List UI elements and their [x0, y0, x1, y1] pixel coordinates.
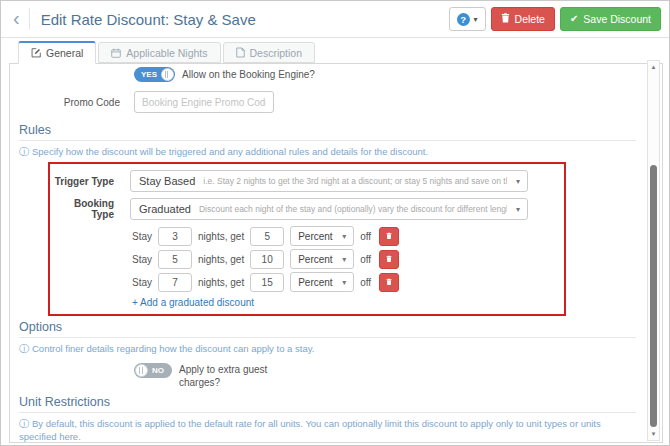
tab-strip: General Applicable Nights Description [9, 41, 663, 63]
scrollbar-up-arrow-icon[interactable]: ▲ [648, 64, 659, 70]
trash-icon [386, 231, 392, 241]
unit-select-3[interactable]: Percent ▾ [290, 272, 354, 292]
unit-select-value: Percent [298, 277, 332, 288]
chevron-down-icon: ▾ [474, 15, 478, 24]
page-header: ‹ Edit Rate Discount: Stay & Save ? ▾ De… [1, 1, 669, 38]
stay-label: Stay [132, 277, 152, 288]
unit-restrictions-heading: Unit Restrictions [19, 395, 636, 409]
options-info: ⓘControl finer details regarding how the… [19, 342, 636, 356]
booking-engine-toggle[interactable]: YES [134, 67, 175, 82]
remove-row-button-1[interactable] [379, 227, 399, 246]
annotation-highlight-box: Trigger Type Stay Based i.e. Stay 2 nigh… [48, 162, 566, 316]
promo-code-row: Promo Code [12, 91, 636, 113]
trigger-type-value: Stay Based [139, 175, 195, 187]
unit-select-2[interactable]: Percent ▾ [290, 249, 354, 269]
page-title: Edit Rate Discount: Stay & Save [41, 11, 256, 28]
toggle-knob [135, 364, 148, 377]
nights-input-3[interactable] [158, 273, 192, 292]
tab-general[interactable]: General [18, 41, 96, 64]
save-button-label: Save Discount [583, 13, 651, 25]
rules-divider [19, 140, 636, 141]
info-icon: ⓘ [19, 343, 29, 354]
tab-description-label: Description [250, 47, 303, 59]
chevron-down-icon: ▾ [342, 232, 346, 241]
edit-rate-discount-page: { "window": { "back_icon": "‹", "title":… [0, 0, 670, 446]
calendar-icon [111, 48, 121, 58]
promo-code-label: Promo Code [12, 97, 120, 108]
back-chevron-icon[interactable]: ‹ [9, 8, 29, 31]
graduated-row-2: Stay nights, get Percent ▾ off [132, 249, 564, 269]
tab-general-label: General [46, 47, 83, 59]
booking-type-label: Booking Type [50, 198, 114, 220]
graduated-row-3: Stay nights, get Percent ▾ off [132, 272, 564, 292]
nights-get-label: nights, get [198, 277, 244, 288]
tab-applicable-nights-label: Applicable Nights [126, 47, 207, 59]
booking-type-select[interactable]: Graduated Discount each night of the sta… [130, 198, 528, 220]
booking-type-value: Graduated [139, 203, 191, 215]
options-divider [19, 337, 636, 338]
amount-input-3[interactable] [250, 273, 284, 292]
check-icon: ✔ [570, 14, 578, 24]
header-actions: ? ▾ Delete ✔ Save Discount [449, 7, 661, 31]
toggle-knob [161, 68, 174, 81]
unit-restrictions-info: ⓘBy default, this discount is applied to… [19, 417, 636, 442]
delete-button-label: Delete [515, 13, 545, 25]
rules-info: ⓘSpecify how the discount will be trigge… [19, 145, 636, 159]
scrollbar-down-arrow-icon[interactable]: ▼ [648, 431, 659, 437]
trash-icon [501, 13, 510, 25]
tab-applicable-nights[interactable]: Applicable Nights [98, 42, 220, 63]
trash-icon [386, 277, 392, 287]
extra-guest-row: NO Apply to extra guest charges? [12, 363, 636, 389]
booking-type-row: Booking Type Graduated Discount each nig… [50, 198, 564, 220]
chevron-down-icon: ▾ [342, 255, 346, 264]
stay-label: Stay [132, 231, 152, 242]
save-discount-button[interactable]: ✔ Save Discount [560, 7, 661, 31]
remove-row-button-3[interactable] [379, 273, 399, 292]
question-icon: ? [457, 13, 470, 26]
vertical-scrollbar[interactable]: ▲ ▼ [647, 60, 660, 441]
unit-select-value: Percent [298, 254, 332, 265]
chevron-down-icon: ▾ [342, 278, 346, 287]
booking-type-hint: Discount each night of the stay and (opt… [199, 204, 507, 214]
tab-content-general: YES Allow on the Booking Engine? Promo C… [9, 63, 663, 443]
info-icon: ⓘ [19, 418, 29, 429]
discount-panel: General Applicable Nights Description YE… [9, 41, 663, 443]
off-label: off [360, 277, 371, 288]
extra-guest-toggle[interactable]: NO [134, 363, 172, 378]
trigger-type-row: Trigger Type Stay Based i.e. Stay 2 nigh… [50, 170, 564, 192]
delete-button[interactable]: Delete [491, 7, 555, 31]
nights-input-2[interactable] [158, 250, 192, 269]
unit-restrictions-divider [19, 412, 636, 413]
trash-icon [386, 254, 392, 264]
graduated-row-1: Stay nights, get Percent ▾ off [132, 226, 564, 246]
file-icon [236, 47, 245, 58]
info-icon: ⓘ [19, 146, 29, 157]
chevron-down-icon: ▾ [516, 177, 520, 186]
rules-heading: Rules [19, 123, 636, 137]
unit-select-1[interactable]: Percent ▾ [290, 226, 354, 246]
nights-get-label: nights, get [198, 254, 244, 265]
nights-input-1[interactable] [158, 227, 192, 246]
unit-select-value: Percent [298, 231, 332, 242]
help-menu-button[interactable]: ? ▾ [449, 7, 486, 31]
chevron-down-icon: ▾ [516, 205, 520, 214]
amount-input-1[interactable] [250, 227, 284, 246]
promo-code-input[interactable] [134, 91, 274, 113]
toggle-no-label: NO [152, 366, 164, 375]
edit-icon [31, 48, 41, 58]
options-heading: Options [19, 320, 636, 334]
off-label: off [360, 231, 371, 242]
add-graduated-discount-link[interactable]: + Add a graduated discount [132, 297, 254, 308]
booking-engine-toggle-label: Allow on the Booking Engine? [182, 69, 315, 80]
off-label: off [360, 254, 371, 265]
nights-get-label: nights, get [198, 231, 244, 242]
trigger-type-hint: i.e. Stay 2 nights to get the 3rd night … [203, 176, 507, 186]
trigger-type-select[interactable]: Stay Based i.e. Stay 2 nights to get the… [130, 170, 528, 192]
amount-input-2[interactable] [250, 250, 284, 269]
remove-row-button-2[interactable] [379, 250, 399, 269]
extra-guest-toggle-label: Apply to extra guest charges? [179, 363, 275, 389]
scrollbar-thumb[interactable] [650, 165, 657, 427]
tab-description[interactable]: Description [223, 42, 316, 63]
toggle-yes-label: YES [141, 70, 157, 79]
trigger-type-label: Trigger Type [50, 176, 114, 187]
